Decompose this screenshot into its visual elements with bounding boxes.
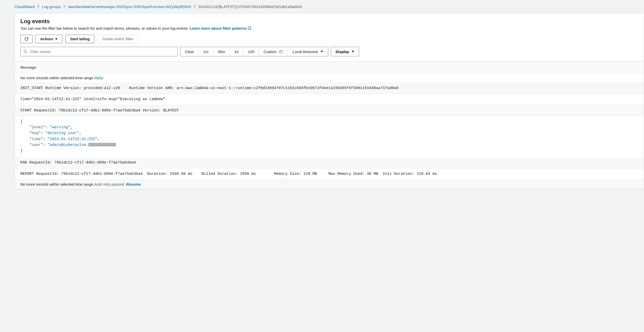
create-metric-filter-button: Create metric filter — [97, 35, 138, 43]
svg-rect-1 — [279, 51, 282, 53]
breadcrumb-current: 2024/01/14/[$LATEST]21f76357302243588429… — [198, 5, 302, 9]
refresh-icon — [24, 37, 29, 41]
filter-events-input[interactable] — [20, 47, 178, 56]
timezone-select[interactable]: Local timezone — [288, 47, 328, 56]
caret-down-icon — [352, 51, 354, 52]
chevron-right-icon — [37, 5, 39, 9]
resume-link[interactable]: Resume — [126, 182, 141, 186]
breadcrumb-log-group-name[interactable]: /aws/lambda/serverlessrepo-SSOSync-SSOSy… — [68, 5, 191, 9]
caret-down-icon — [320, 51, 323, 52]
page-title: Log events — [20, 18, 638, 25]
display-button[interactable]: Display — [331, 47, 359, 56]
chevron-right-icon — [194, 5, 196, 9]
log-line-json[interactable]: { "level": "warning", "msg": "deleting u… — [15, 116, 644, 157]
log-line[interactable]: START RequestId: 79b1dc12-cf17-4db1-809e… — [15, 105, 644, 116]
breadcrumb-root[interactable]: CloudWatch — [15, 5, 35, 9]
time-1h[interactable]: 1h — [230, 47, 244, 56]
log-line[interactable]: REPORT RequestId: 79b1dc12-cf17-4db1-809… — [15, 169, 644, 180]
search-icon — [23, 50, 27, 54]
log-line[interactable]: INIT_START Runtime Version: provided:al2… — [15, 83, 644, 94]
calendar-icon — [279, 50, 283, 54]
log-events-panel: Log events You can use the filter bar be… — [15, 13, 644, 189]
no-more-bottom: No more records within selected time ran… — [15, 180, 644, 189]
caret-down-icon — [55, 38, 58, 40]
column-header-message: Message — [15, 61, 644, 73]
toolbar: Actions Start tailing Create metric filt… — [15, 34, 644, 47]
time-custom[interactable]: Custom — [259, 47, 288, 56]
time-clear[interactable]: Clear — [180, 47, 199, 56]
chevron-right-icon — [63, 5, 65, 9]
svg-point-0 — [24, 50, 26, 52]
redacted-text — [88, 143, 116, 146]
log-line[interactable]: END RequestId: 79b1dc12-cf17-4db1-809e-f… — [15, 157, 644, 168]
retry-link[interactable]: Retry — [94, 76, 103, 80]
start-tailing-button[interactable]: Start tailing — [65, 35, 94, 43]
learn-more-link[interactable]: Learn more about filter patterns — [190, 26, 251, 30]
refresh-button[interactable] — [20, 35, 32, 43]
page-subtitle: You can use the filter bar below to sear… — [20, 26, 638, 31]
log-line[interactable]: time="2024-01-14T22:41:22Z" level=info m… — [15, 94, 644, 105]
time-12h[interactable]: 12h — [244, 47, 259, 56]
time-range-bar: Clear 1m 30m 1h 12h Custom Local timezon… — [180, 47, 328, 56]
external-link-icon — [248, 26, 251, 31]
filters-row: Clear 1m 30m 1h 12h Custom Local timezon… — [15, 47, 644, 61]
breadcrumb: CloudWatch Log groups /aws/lambda/server… — [10, 3, 644, 13]
breadcrumb-log-groups[interactable]: Log groups — [42, 5, 61, 9]
time-1m[interactable]: 1m — [199, 47, 213, 56]
no-more-top: No more records within selected time ran… — [15, 73, 644, 83]
actions-button[interactable]: Actions — [35, 35, 62, 43]
time-30m[interactable]: 30m — [213, 47, 230, 56]
